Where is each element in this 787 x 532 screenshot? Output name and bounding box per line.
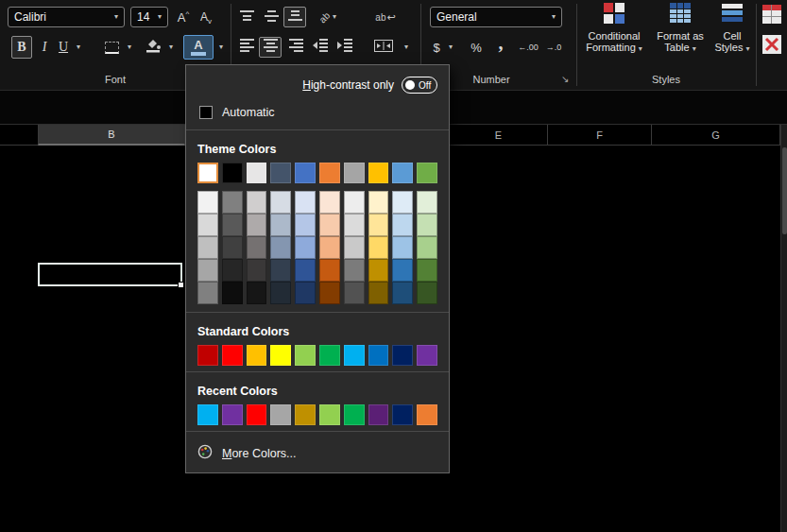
color-swatch[interactable] — [368, 404, 389, 425]
bottom-align-button[interactable] — [283, 7, 306, 27]
color-swatch[interactable] — [392, 259, 413, 282]
color-swatch[interactable] — [344, 282, 365, 304]
color-swatch[interactable] — [368, 214, 389, 236]
conditional-formatting-button[interactable]: Conditional Formatting ▾ — [582, 3, 646, 65]
column-header-g[interactable]: G — [652, 125, 780, 146]
color-swatch[interactable] — [319, 236, 340, 259]
align-left-button[interactable] — [236, 39, 257, 56]
color-swatch[interactable] — [247, 259, 267, 282]
color-swatch[interactable] — [295, 282, 316, 304]
underline-button[interactable]: U — [55, 36, 72, 59]
font-color-button[interactable]: A — [183, 35, 214, 60]
color-swatch[interactable] — [197, 236, 218, 259]
number-dialog-launcher[interactable]: ↘ — [561, 74, 569, 84]
vertical-scrollbar[interactable] — [780, 125, 787, 532]
color-swatch[interactable] — [392, 236, 413, 259]
cell-styles-button[interactable]: Cell Styles ▾ — [710, 3, 754, 65]
color-swatch[interactable] — [344, 191, 365, 214]
color-swatch[interactable] — [295, 404, 316, 425]
number-format-combobox[interactable]: General ▾ — [430, 7, 562, 27]
color-swatch[interactable] — [270, 404, 291, 425]
color-swatch[interactable] — [295, 214, 316, 236]
fill-color-dropdown-button[interactable]: ▾ — [165, 36, 177, 59]
decrease-indent-button[interactable] — [310, 39, 331, 56]
orientation-button[interactable]: ab ▾ — [312, 7, 344, 27]
color-swatch[interactable] — [247, 191, 267, 214]
currency-dropdown-button[interactable]: ▾ — [445, 36, 456, 59]
underline-dropdown-button[interactable]: ▾ — [73, 36, 84, 59]
color-swatch[interactable] — [295, 191, 316, 214]
color-swatch[interactable] — [222, 345, 243, 366]
bold-button[interactable]: B — [11, 36, 32, 59]
color-swatch[interactable] — [392, 282, 413, 304]
color-swatch[interactable] — [417, 282, 437, 304]
color-swatch[interactable] — [247, 404, 267, 425]
color-swatch[interactable] — [319, 163, 340, 183]
color-swatch[interactable] — [368, 163, 389, 183]
color-swatch[interactable] — [247, 214, 267, 236]
color-swatch[interactable] — [295, 345, 316, 366]
percent-format-button[interactable]: % — [467, 36, 486, 59]
merge-center-dropdown-button[interactable]: ▾ — [401, 36, 412, 59]
insert-cells-button[interactable] — [761, 6, 782, 26]
color-swatch[interactable] — [319, 282, 340, 304]
color-swatch[interactable] — [295, 259, 316, 282]
fill-color-button[interactable] — [142, 36, 164, 59]
color-swatch[interactable] — [247, 282, 267, 304]
color-swatch[interactable] — [368, 191, 389, 214]
color-swatch[interactable] — [417, 259, 437, 282]
color-swatch[interactable] — [392, 214, 413, 236]
delete-cells-button[interactable] — [761, 36, 782, 57]
merge-center-button[interactable] — [370, 39, 397, 56]
color-swatch[interactable] — [344, 404, 365, 425]
color-swatch[interactable] — [368, 236, 389, 259]
color-swatch[interactable] — [417, 163, 437, 183]
color-swatch[interactable] — [344, 163, 365, 183]
color-swatch[interactable] — [222, 404, 243, 425]
color-swatch[interactable] — [392, 191, 413, 214]
color-swatch[interactable] — [368, 282, 389, 304]
color-swatch[interactable] — [270, 236, 291, 259]
wrap-text-button[interactable]: ab ↩ — [370, 7, 401, 27]
color-swatch[interactable] — [368, 345, 389, 366]
scrollbar-thumb[interactable] — [782, 147, 787, 234]
font-color-dropdown-button[interactable]: ▾ — [215, 36, 227, 59]
color-swatch[interactable] — [270, 282, 291, 304]
color-swatch[interactable] — [319, 191, 340, 214]
borders-button[interactable] — [100, 38, 123, 57]
color-swatch[interactable] — [319, 345, 340, 366]
color-swatch[interactable] — [222, 236, 243, 259]
color-swatch[interactable] — [197, 345, 218, 366]
color-swatch[interactable] — [270, 163, 291, 183]
increase-indent-button[interactable] — [334, 39, 355, 56]
color-swatch[interactable] — [392, 345, 413, 366]
color-swatch[interactable] — [197, 259, 218, 282]
font-name-combobox[interactable]: Calibri ▾ — [8, 7, 125, 27]
color-swatch[interactable] — [270, 345, 291, 366]
color-swatch[interactable] — [417, 236, 437, 259]
color-swatch[interactable] — [247, 163, 267, 183]
italic-button[interactable]: I — [36, 36, 53, 59]
selected-cell[interactable] — [38, 263, 182, 286]
currency-format-button[interactable]: $ — [428, 36, 445, 59]
decrease-decimal-button[interactable]: →.0 — [542, 36, 565, 59]
color-swatch[interactable] — [222, 191, 243, 214]
borders-dropdown-button[interactable]: ▾ — [124, 36, 135, 59]
color-swatch[interactable] — [197, 191, 218, 214]
color-swatch[interactable] — [295, 236, 316, 259]
align-center-button[interactable] — [259, 37, 282, 58]
color-swatch[interactable] — [247, 345, 267, 366]
color-swatch[interactable] — [295, 163, 316, 183]
high-contrast-toggle[interactable]: Off — [402, 77, 437, 94]
column-header-e[interactable]: E — [450, 125, 548, 146]
color-swatch[interactable] — [222, 163, 243, 183]
color-swatch[interactable] — [392, 404, 413, 425]
column-header-b[interactable]: B — [38, 125, 185, 146]
align-right-button[interactable] — [285, 39, 306, 56]
color-swatch[interactable] — [319, 214, 340, 236]
color-swatch[interactable] — [344, 345, 365, 366]
color-swatch[interactable] — [197, 163, 218, 183]
format-as-table-button[interactable]: Format as Table ▾ — [652, 3, 709, 65]
color-swatch[interactable] — [417, 345, 437, 366]
color-swatch[interactable] — [392, 163, 413, 183]
